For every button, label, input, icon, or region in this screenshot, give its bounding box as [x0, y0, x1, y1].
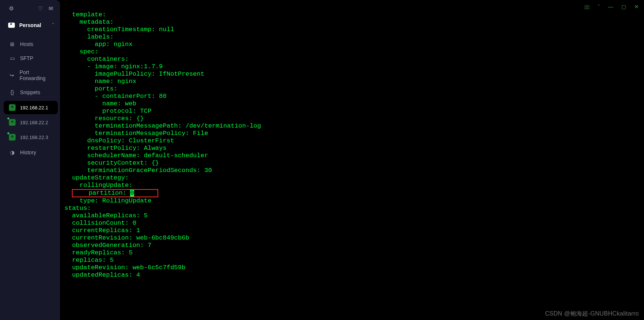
- terminal-line: resources: {}: [64, 115, 644, 122]
- maximize-button[interactable]: ▢: [621, 4, 626, 10]
- close-button[interactable]: ✕: [634, 4, 639, 10]
- terminal-line: currentRevision: web-6bc849cb6b: [64, 234, 644, 242]
- connection-label: 192.168.22.3: [20, 135, 48, 140]
- terminal-line: terminationGracePeriodSeconds: 30: [64, 167, 644, 174]
- nav-item-label: History: [20, 149, 36, 155]
- nav-item-label: SFTP: [20, 55, 33, 61]
- terminal-line: containers:: [64, 56, 644, 63]
- notifications-bell-icon[interactable]: ♡: [38, 5, 43, 12]
- terminal-line: dnsPolicy: ClusterFirst: [64, 137, 644, 145]
- nav-item-history[interactable]: ◑ History: [0, 145, 60, 159]
- terminal-line: app: nginx: [64, 41, 644, 48]
- terminal-line: observedGeneration: 7: [64, 242, 644, 249]
- connection-tab-2[interactable]: 192.168.22.2: [4, 116, 58, 129]
- nav-item-label: Hosts: [20, 41, 33, 47]
- terminal-line: metadata:: [64, 19, 644, 26]
- connection-tab-3[interactable]: 192.168.22.3: [4, 131, 58, 144]
- terminal-line: template:: [64, 11, 644, 19]
- terminal-line: rollingUpdate:: [64, 182, 644, 189]
- terminal-line: name: web: [64, 100, 644, 108]
- sidebar-toolbar: ⚙ ♡ ✉: [0, 0, 60, 16]
- terminal-line: creationTimestamp: null: [64, 26, 644, 33]
- terminal-line: restartPolicy: Always: [64, 145, 644, 152]
- workspace-selector[interactable]: Personal ˅: [0, 19, 60, 32]
- terminal-line: type: RollingUpdate: [64, 197, 644, 205]
- nav-item-label: Port Forwarding: [20, 69, 54, 81]
- nav-item-sftp[interactable]: ▭ SFTP: [0, 51, 60, 65]
- terminal-cursor: 0: [130, 190, 134, 197]
- terminal-line: terminationMessagePath: /dev/termination…: [64, 122, 644, 130]
- nav-item-label: Snippets: [20, 89, 40, 95]
- window-controls-group: ▯▯ ˅ — ▢ ✕: [584, 4, 639, 10]
- terminal-line: updatedReplicas: 4: [64, 271, 644, 279]
- connection-label: 192.168.22.2: [20, 120, 48, 125]
- terminal-line: securityContext: {}: [64, 159, 644, 167]
- terminal-line: - image: nginx:1.7.9: [64, 63, 644, 70]
- workspace-label: Personal: [19, 22, 52, 28]
- forward-arrow-icon: ↪: [9, 72, 15, 78]
- nav-list: ⊞ Hosts ▭ SFTP ↪ Port Forwarding {} Snip…: [0, 37, 60, 159]
- hosts-icon: ⊞: [9, 41, 16, 47]
- workspace-icon: [8, 23, 15, 28]
- terminal-line: status:: [64, 205, 644, 212]
- panel-layout-icon[interactable]: ▯▯: [584, 4, 590, 10]
- folder-icon: ▭: [9, 55, 16, 61]
- inbox-icon[interactable]: ✉: [49, 5, 53, 12]
- terminal-line: partition: 0: [64, 189, 644, 197]
- highlight-box: partition: 0: [72, 189, 158, 197]
- nav-item-snippets[interactable]: {} Snippets: [0, 85, 60, 99]
- connection-icon: [9, 104, 16, 111]
- terminal-line: updateStrategy:: [64, 174, 644, 182]
- terminal-line: labels:: [64, 33, 644, 41]
- terminal-line: imagePullPolicy: IfNotPresent: [64, 70, 644, 78]
- connection-icon: [9, 119, 16, 126]
- watermark-text: CSDN @鲍海超-GNUBHCkalitarro: [545, 310, 639, 318]
- terminal-line: name: nginx: [64, 78, 644, 85]
- nav-item-port-forwarding[interactable]: ↪ Port Forwarding: [0, 65, 60, 85]
- connection-icon: [9, 134, 16, 141]
- terminal-line: ports:: [64, 85, 644, 93]
- terminal-line: protocol: TCP: [64, 108, 644, 115]
- braces-icon: {}: [9, 89, 16, 95]
- connection-label: 192.168.22.1: [20, 105, 48, 110]
- connection-tab-1[interactable]: 192.168.22.1: [4, 101, 58, 114]
- terminal-line: - containerPort: 80: [64, 93, 644, 100]
- terminal-line: terminationMessagePolicy: File: [64, 130, 644, 137]
- terminal-line: availableReplicas: 5: [64, 212, 644, 220]
- terminal-line: readyReplicas: 5: [64, 249, 644, 257]
- terminal-line: schedulerName: default-scheduler: [64, 152, 644, 159]
- minimize-button[interactable]: —: [608, 4, 613, 10]
- terminal-line: currentReplicas: 1: [64, 227, 644, 234]
- nav-item-hosts[interactable]: ⊞ Hosts: [0, 37, 60, 51]
- terminal-line: collisionCount: 0: [64, 220, 644, 227]
- history-clock-icon: ◑: [9, 149, 16, 155]
- sidebar: ⚙ ♡ ✉ Personal ˅ ⊞ Hosts ▭ SFTP ↪ Port F…: [0, 0, 60, 320]
- terminal-line: spec:: [64, 48, 644, 56]
- terminal-line: updateRevision: web-6c5c7fd59b: [64, 264, 644, 271]
- settings-gear-icon[interactable]: ⚙: [9, 5, 14, 12]
- terminal-line: replicas: 5: [64, 257, 644, 264]
- chevron-down-icon: ˅: [52, 23, 54, 28]
- dropdown-chevron-icon[interactable]: ˅: [598, 4, 600, 9]
- terminal-output[interactable]: template: metadata: creationTimestamp: n…: [60, 0, 644, 320]
